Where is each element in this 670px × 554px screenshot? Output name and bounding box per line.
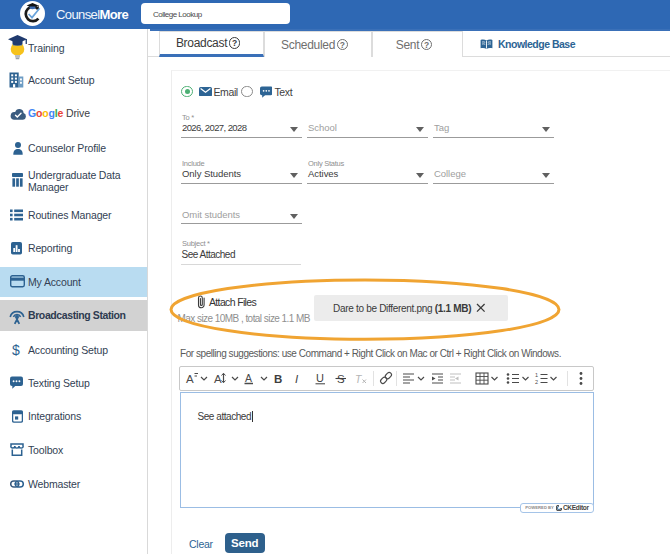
svg-text:T: T [355,373,363,385]
svg-text:2: 2 [535,379,538,385]
svg-text:U: U [316,372,324,384]
svg-text:1: 1 [535,372,538,378]
svg-text:A: A [245,372,252,384]
svg-text:A: A [186,373,194,385]
svg-text:A: A [214,373,222,385]
svg-text:B: B [274,373,282,385]
svg-text:I: I [295,373,299,385]
